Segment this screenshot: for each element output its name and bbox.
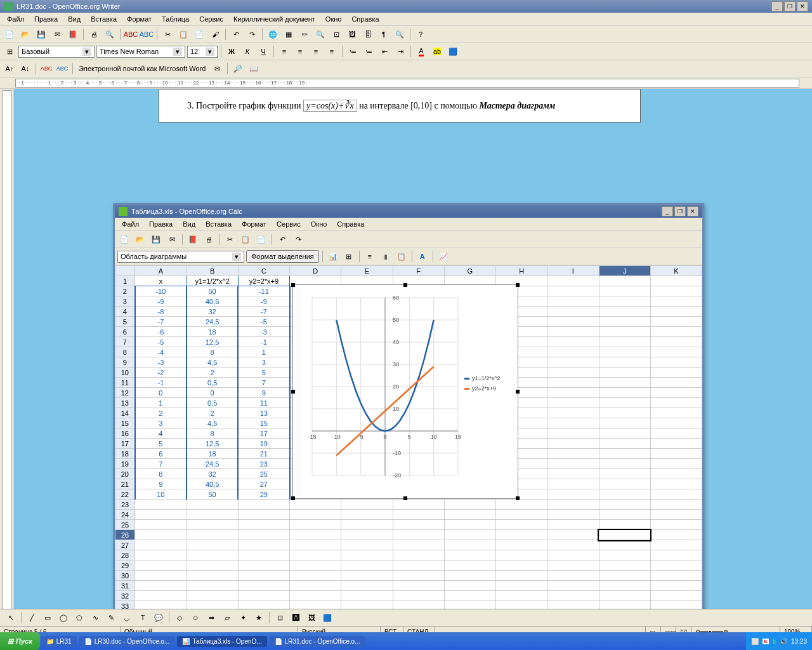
cell-J30[interactable] (599, 571, 650, 581)
cell-G30[interactable] (444, 571, 495, 581)
menu-edit[interactable]: Правка (30, 14, 62, 24)
cell-B25[interactable] (187, 520, 238, 530)
task-item-0[interactable]: 📁LR31 (41, 636, 77, 647)
cell-F29[interactable] (393, 560, 444, 571)
cell-F26[interactable] (393, 530, 444, 540)
calc-menu-help[interactable]: Справка (332, 219, 369, 229)
col-header-I[interactable]: I (547, 266, 599, 276)
calc-menu-tools[interactable]: Сервис (272, 219, 305, 229)
cell-F32[interactable] (393, 591, 444, 601)
cell-C3[interactable]: -9 (238, 296, 289, 307)
cell-A25[interactable] (135, 520, 187, 530)
cell-K5[interactable] (650, 317, 702, 327)
cell-A17[interactable]: 5 (135, 439, 187, 449)
cell-C11[interactable]: 7 (238, 378, 289, 388)
cell-F24[interactable] (393, 510, 444, 520)
cell-C14[interactable]: 13 (238, 408, 289, 418)
cell-E28[interactable] (341, 550, 393, 560)
bullet-list-icon[interactable]: ≔ (362, 44, 376, 58)
cell-H24[interactable] (496, 510, 547, 520)
cell-A10[interactable]: -2 (135, 368, 187, 378)
cell-I21[interactable] (547, 479, 599, 489)
row-header[interactable]: 13 (115, 398, 135, 408)
cell-A16[interactable]: 4 (135, 428, 187, 439)
writer-page[interactable]: 3. Постройте график функции y=cos(x)+∛x … (159, 89, 641, 123)
menu-format[interactable]: Формат (122, 14, 156, 24)
basic-shapes-icon[interactable]: ◇ (173, 611, 187, 625)
cell-B17[interactable]: 12,5 (187, 439, 238, 449)
cell-C16[interactable]: 17 (238, 428, 289, 439)
zoom-icon[interactable]: 🔍 (393, 27, 407, 41)
find-icon[interactable]: 🔍 (313, 27, 327, 41)
paste-icon[interactable]: 📄 (192, 27, 206, 41)
cell-A32[interactable] (135, 591, 187, 601)
cell-B11[interactable]: 0,5 (187, 378, 238, 388)
cell-I17[interactable] (547, 439, 599, 449)
cell-J8[interactable] (599, 347, 650, 357)
cell-C22[interactable]: 29 (238, 489, 289, 500)
styles-icon[interactable]: ⊞ (3, 44, 16, 58)
cell-A23[interactable] (135, 500, 187, 510)
maximize-button[interactable]: ❐ (784, 1, 796, 11)
cell-K2[interactable] (650, 286, 702, 296)
cell-H27[interactable] (496, 540, 547, 550)
cell-B16[interactable]: 8 (187, 428, 238, 439)
table-icon[interactable]: ▦ (282, 27, 296, 41)
cell-K10[interactable] (650, 368, 702, 378)
cell-G25[interactable] (444, 520, 495, 530)
gallery-icon[interactable]: 🖼 (345, 27, 359, 41)
new-doc-icon[interactable]: 📄 (3, 27, 16, 41)
cell-A20[interactable]: 8 (135, 469, 187, 479)
paragraph-style-select[interactable]: Базовый▾ (18, 46, 95, 58)
ellipse-icon[interactable]: ◯ (56, 611, 70, 625)
cell-E30[interactable] (341, 571, 393, 581)
cell-F30[interactable] (393, 571, 444, 581)
cell-B15[interactable]: 4,5 (187, 418, 238, 428)
cell-A15[interactable]: 3 (135, 418, 187, 428)
cell-I32[interactable] (547, 591, 599, 601)
row-header[interactable]: 19 (115, 459, 135, 469)
cell-I25[interactable] (547, 520, 599, 530)
row-header[interactable]: 15 (115, 418, 135, 428)
cell-C17[interactable]: 19 (238, 439, 289, 449)
row-header[interactable]: 30 (115, 571, 135, 581)
calc-new-icon[interactable]: 📄 (117, 232, 131, 246)
row-header[interactable]: 27 (115, 540, 135, 550)
cell-H32[interactable] (496, 591, 547, 601)
points-icon[interactable]: ⊡ (273, 611, 287, 625)
cell-J15[interactable] (599, 418, 650, 428)
cell-B18[interactable]: 18 (187, 449, 238, 459)
row-header[interactable]: 18 (115, 449, 135, 459)
cell-B13[interactable]: 0,5 (187, 398, 238, 408)
tray-icon-3[interactable]: ti (773, 638, 776, 645)
cell-D32[interactable] (290, 591, 341, 601)
cell-F28[interactable] (393, 550, 444, 560)
cell-K20[interactable] (650, 469, 702, 479)
cell-C23[interactable] (238, 500, 289, 510)
cell-I4[interactable] (547, 307, 599, 317)
cell-C31[interactable] (238, 581, 289, 591)
cell-B6[interactable]: 18 (187, 327, 238, 337)
cell-A6[interactable]: -6 (135, 327, 187, 337)
row-header[interactable]: 23 (115, 500, 135, 510)
spellcheck-icon[interactable]: ABC (124, 27, 138, 41)
menu-help[interactable]: Справка (347, 14, 383, 24)
cell-K22[interactable] (650, 489, 702, 500)
cell-G24[interactable] (444, 510, 495, 520)
row-header[interactable]: 5 (115, 317, 135, 327)
cell-G27[interactable] (444, 540, 495, 550)
hyperlink-icon[interactable]: 🌐 (266, 27, 280, 41)
row-header[interactable]: 32 (115, 591, 135, 601)
row-header[interactable]: 17 (115, 439, 135, 449)
cell-J4[interactable] (599, 307, 650, 317)
curve-icon[interactable]: ∿ (88, 611, 102, 625)
calc-close-button[interactable]: ✕ (687, 206, 698, 216)
cell-B9[interactable]: 4,5 (187, 357, 238, 368)
cell-C29[interactable] (238, 560, 289, 571)
task-item-2[interactable]: 📊Таблица3.xls - OpenO... (177, 636, 266, 647)
row-header[interactable]: 20 (115, 469, 135, 479)
cell-A27[interactable] (135, 540, 187, 550)
highlight-icon[interactable]: ab (430, 44, 444, 58)
tray-icon-1[interactable]: ⬜ (751, 638, 759, 645)
cell-A4[interactable]: -8 (135, 307, 187, 317)
